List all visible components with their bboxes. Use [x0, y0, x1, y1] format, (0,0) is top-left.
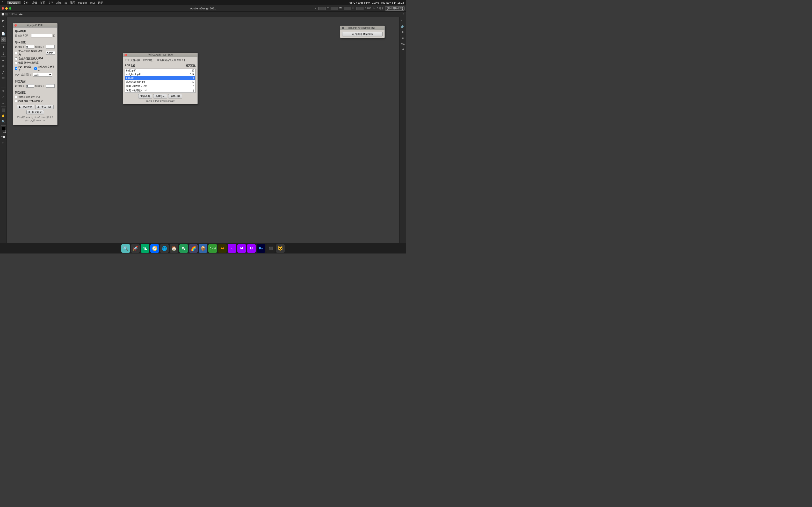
menu-text[interactable]: 文字 [48, 1, 53, 5]
dock-illustrator[interactable]: Ai [218, 244, 227, 253]
menu-view[interactable]: 视图 [70, 1, 75, 5]
checkbox-spacing[interactable] [15, 52, 17, 54]
tool-shear[interactable]: ⟂ [1, 100, 6, 105]
tool-type-path[interactable]: T̲ [1, 50, 6, 56]
right-tool-5[interactable]: Aa [400, 41, 406, 46]
btn-place-pdf[interactable]: 2、置入 PDF [35, 105, 54, 109]
dock-word[interactable]: W [179, 244, 188, 253]
window-minimize[interactable] [5, 7, 8, 10]
tool-shape[interactable]: ○ [1, 81, 6, 86]
menu-file[interactable]: 文件 [23, 1, 29, 5]
tool-direct-select[interactable]: ↖ [1, 24, 6, 29]
spacing-input[interactable] [46, 51, 55, 55]
crop-select[interactable]: 裁切 出血 页面 内容 [33, 73, 52, 76]
checkbox-sync[interactable] [15, 100, 17, 102]
dock-indesign3[interactable]: Id [247, 244, 256, 253]
pdf-list-close[interactable] [124, 54, 127, 56]
pdf-row-4[interactable]: 学案（学生版）.pdf 5 [125, 84, 195, 89]
tool-page[interactable]: 📄 [1, 31, 6, 37]
pdf-row-2[interactable]: oa8.pdf 8 [125, 76, 195, 80]
pdf-path-input[interactable] [31, 34, 52, 38]
h-input[interactable] [356, 7, 363, 10]
tool-pen[interactable]: ✒ [1, 58, 6, 63]
dock-finder[interactable]: 🔍 [121, 244, 130, 253]
tool-pencil[interactable]: ✏ [1, 63, 6, 69]
same-end-input[interactable] [46, 84, 55, 88]
menu-layout[interactable]: 版面 [40, 1, 45, 5]
col-pages-header: 总页面数 [184, 64, 196, 67]
stroke-color[interactable] [3, 130, 6, 133]
dock-photoshop[interactable]: Ps [257, 244, 265, 253]
checkbox-transparent[interactable] [15, 62, 17, 64]
tool-zoom[interactable]: 🔍 [1, 119, 6, 124]
pdf-name-0: bb12.pdf [126, 69, 183, 72]
apple-menu[interactable]:  [2, 1, 3, 5]
dock-home[interactable]: 🏠 [170, 244, 179, 253]
tool-divider-3 [1, 56, 6, 57]
dock-indesign2[interactable]: Id [237, 244, 246, 253]
datetime: Tue Nov 3 14:15:28 [381, 1, 404, 4]
checkbox-pdf-bg[interactable] [15, 67, 17, 70]
tool-type[interactable]: T [1, 44, 6, 50]
menu-object[interactable]: 对象 [56, 1, 62, 5]
y-input[interactable] [331, 7, 338, 10]
tool-rotate[interactable]: ↺ [1, 89, 6, 94]
dock-cat[interactable]: 🐱 [276, 244, 285, 253]
tool-gap[interactable]: ✛ [1, 37, 6, 42]
menu-edit[interactable]: 编辑 [32, 1, 37, 5]
tool-line[interactable]: ╱ [1, 69, 6, 74]
right-tool-3[interactable]: ⚙ [400, 30, 406, 35]
tool-frame2[interactable]: ⬚ [1, 140, 6, 146]
window-maximize[interactable] [9, 7, 11, 10]
right-tool-2[interactable]: 🔗 [400, 24, 406, 29]
same-start-input[interactable] [26, 84, 34, 88]
end-page-input[interactable] [46, 45, 55, 49]
tool-frame[interactable]: ▭ [1, 75, 6, 80]
dock-appstore[interactable]: 🛍 [141, 244, 149, 253]
script-panel-dot [342, 27, 344, 29]
w-input[interactable] [344, 7, 351, 10]
view-options[interactable]: 100% ▾ [9, 13, 17, 15]
tool-scale[interactable]: ⤢ [1, 94, 6, 100]
tool-text-frame[interactable]: T⬜ [1, 134, 6, 140]
btn-clear-list[interactable]: 清空列表 [168, 94, 182, 99]
start-page-input[interactable] [26, 45, 34, 49]
checkbox-priority[interactable] [34, 67, 37, 70]
dock-app1[interactable]: 📦 [199, 244, 207, 253]
dock-arc[interactable]: 🌈 [189, 244, 198, 253]
pdf-file-list[interactable]: bb12.pdf 12 xv6_book.pdf 114 oa8.pdf 8 北… [125, 68, 196, 93]
menu-help[interactable]: 帮助 [98, 1, 103, 5]
tool-gradient[interactable]: ⬛ [1, 107, 6, 113]
menu-indesign[interactable]: InDesign [7, 1, 20, 4]
tool-select[interactable]: ▶ [1, 18, 6, 23]
btn-refresh[interactable]: 重新检测 [138, 94, 152, 99]
x-input[interactable] [318, 7, 325, 10]
menu-table[interactable]: 表 [64, 1, 67, 5]
btn-position[interactable]: 3、同化定位 [27, 110, 44, 114]
page-controls[interactable]: ◀▶ [19, 13, 23, 15]
menu-window[interactable]: 窗口 [90, 1, 95, 5]
zoom-control[interactable]: ⬜ ⬛ [1, 13, 8, 15]
menu-cooldtp[interactable]: cooldtp [78, 1, 87, 4]
dock-terminal[interactable]: ⬛ [266, 244, 275, 253]
tool-hand[interactable]: ✋ [1, 113, 6, 119]
pdf-row-5[interactable]: 学案（教师版）.pdf 6 [125, 89, 195, 93]
btn-new-import[interactable]: 新建导入 [153, 94, 167, 99]
checkbox-layer[interactable] [15, 96, 17, 98]
pdf-row-0[interactable]: bb12.pdf 12 [125, 69, 195, 72]
btn-import-detect[interactable]: 1、导入检测 [17, 105, 35, 109]
right-tool-1[interactable]: CC [400, 18, 406, 23]
main-dialog-close[interactable] [14, 24, 17, 26]
window-close[interactable] [2, 7, 4, 10]
dock-launchpad[interactable]: 🚀 [131, 244, 140, 253]
right-tool-ai[interactable]: Ai [400, 47, 406, 52]
script-panel-open-btn[interactable]: 点击展开显示面板 [342, 32, 383, 37]
pdf-row-3[interactable]: 北师大版-数列.pdf 22 [125, 80, 195, 84]
pdf-row-1[interactable]: xv6_book.pdf 114 [125, 72, 195, 76]
right-tool-4[interactable]: ≡ [400, 35, 406, 41]
checkbox-insert[interactable] [15, 57, 17, 60]
dock-chm[interactable]: CHM [208, 244, 217, 253]
dock-safari[interactable]: 🧭 [150, 244, 159, 253]
dock-chrome[interactable]: 🌐 [160, 244, 169, 253]
dock-indesign[interactable]: Id [227, 244, 236, 253]
